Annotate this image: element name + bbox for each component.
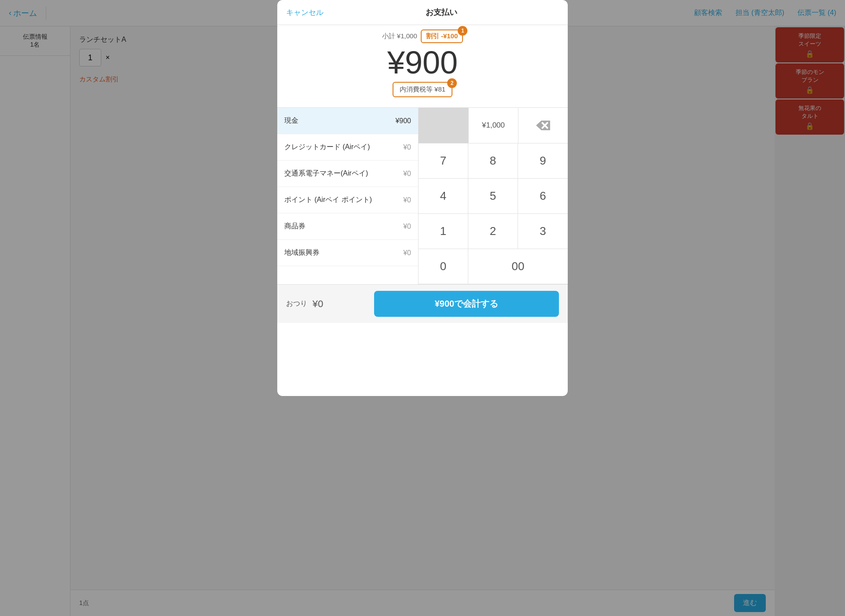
discount-badge[interactable]: 割引 -¥100 1 bbox=[421, 29, 463, 43]
payment-value-local-voucher: ¥0 bbox=[403, 249, 411, 257]
payment-modal: キャンセル お支払い 小計 ¥1,000 割引 -¥100 1 ¥900 内消費… bbox=[277, 0, 568, 396]
numpad-top-row: ¥1,000 bbox=[419, 108, 568, 143]
payment-row-points[interactable]: ポイント (Airペイ ポイント) ¥0 bbox=[277, 187, 418, 213]
numpad-8[interactable]: 8 bbox=[468, 143, 518, 179]
payment-row-transit[interactable]: 交通系電子マネー(Airペイ) ¥0 bbox=[277, 161, 418, 187]
payment-area: 現金 ¥900 クレジットカード (Airペイ) ¥0 交通系電子マネー(Air… bbox=[277, 107, 568, 284]
modal-title: お支払い bbox=[323, 7, 559, 18]
payment-label-local-voucher: 地域振興券 bbox=[284, 248, 403, 257]
tax-badge: 内消費税等 ¥81 2 bbox=[393, 82, 452, 97]
numpad-3[interactable]: 3 bbox=[518, 214, 568, 249]
numpad-display bbox=[419, 108, 468, 143]
payment-value-credit: ¥0 bbox=[403, 143, 411, 151]
numpad-0[interactable]: 0 bbox=[419, 249, 468, 284]
change-section: おつり ¥0 bbox=[286, 298, 365, 310]
numpad-2[interactable]: 2 bbox=[468, 214, 518, 249]
tax-badge-wrapper: 内消費税等 ¥81 2 bbox=[277, 82, 568, 97]
subtotal-row: 小計 ¥1,000 割引 -¥100 1 bbox=[277, 29, 568, 43]
numpad-6[interactable]: 6 bbox=[518, 179, 568, 214]
total-amount: ¥900 bbox=[277, 47, 568, 78]
checkout-button[interactable]: ¥900で会計する bbox=[374, 291, 559, 317]
payment-label-transit: 交通系電子マネー(Airペイ) bbox=[284, 169, 403, 178]
payment-row-cash[interactable]: 現金 ¥900 bbox=[277, 108, 418, 134]
payment-label-voucher: 商品券 bbox=[284, 222, 403, 231]
numpad-5[interactable]: 5 bbox=[468, 179, 518, 214]
tax-badge-number: 2 bbox=[447, 78, 457, 88]
modal-overlay: キャンセル お支払い 小計 ¥1,000 割引 -¥100 1 ¥900 内消費… bbox=[0, 0, 845, 616]
numpad-grid: 7 8 9 4 5 6 1 2 3 0 00 bbox=[419, 143, 568, 284]
payment-methods-list: 現金 ¥900 クレジットカード (Airペイ) ¥0 交通系電子マネー(Air… bbox=[277, 107, 418, 284]
payment-label-cash: 現金 bbox=[284, 116, 395, 125]
numpad-7[interactable]: 7 bbox=[419, 143, 468, 179]
payment-label-points: ポイント (Airペイ ポイント) bbox=[284, 195, 403, 205]
summary-section: 小計 ¥1,000 割引 -¥100 1 ¥900 内消費税等 ¥81 2 bbox=[277, 25, 568, 103]
payment-value-points: ¥0 bbox=[403, 196, 411, 204]
numpad-section: ¥1,000 7 8 9 4 5 6 1 2 bbox=[418, 107, 568, 284]
numpad-4[interactable]: 4 bbox=[419, 179, 468, 214]
subtotal-text: 小計 ¥1,000 bbox=[382, 32, 417, 40]
change-label: おつり bbox=[286, 299, 307, 308]
modal-header: キャンセル お支払い bbox=[277, 0, 568, 25]
payment-row-voucher[interactable]: 商品券 ¥0 bbox=[277, 213, 418, 240]
preset-value: ¥1,000 bbox=[482, 121, 505, 130]
numpad-backspace-btn[interactable] bbox=[518, 108, 568, 143]
modal-cancel-button[interactable]: キャンセル bbox=[286, 7, 323, 18]
discount-badge-number: 1 bbox=[458, 26, 467, 36]
payment-value-cash: ¥900 bbox=[395, 117, 411, 125]
payment-value-voucher: ¥0 bbox=[403, 223, 411, 231]
numpad-1[interactable]: 1 bbox=[419, 214, 468, 249]
payment-row-credit[interactable]: クレジットカード (Airペイ) ¥0 bbox=[277, 134, 418, 161]
tax-text: 内消費税等 ¥81 bbox=[400, 85, 445, 93]
change-value: ¥0 bbox=[312, 298, 323, 310]
numpad-9[interactable]: 9 bbox=[518, 143, 568, 179]
numpad-preset-1000[interactable]: ¥1,000 bbox=[468, 108, 518, 143]
discount-badge-text: 割引 -¥100 bbox=[426, 32, 458, 40]
numpad-00[interactable]: 00 bbox=[468, 249, 568, 284]
payment-row-local-voucher[interactable]: 地域振興券 ¥0 bbox=[277, 240, 418, 266]
payment-value-transit: ¥0 bbox=[403, 170, 411, 178]
modal-footer: おつり ¥0 ¥900で会計する bbox=[277, 284, 568, 323]
payment-label-credit: クレジットカード (Airペイ) bbox=[284, 143, 403, 152]
